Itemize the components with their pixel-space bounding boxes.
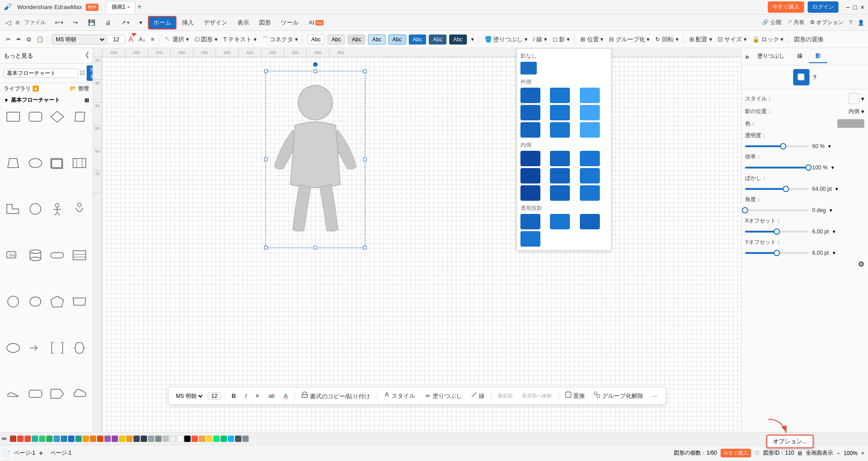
full-screen-label[interactable]: 全画面表示 [806, 449, 833, 457]
y-offset-slider-thumb[interactable] [774, 250, 780, 256]
menu-insert[interactable]: 挿入 [177, 17, 198, 29]
shape-trapezoid[interactable] [4, 155, 23, 171]
palette-color-gray[interactable] [148, 436, 154, 442]
inner-shadow-6[interactable] [580, 168, 600, 183]
ctx-back-button[interactable]: 最背面へ移動 [519, 392, 554, 400]
outer-shadow-1[interactable] [520, 88, 540, 103]
menu-more[interactable]: ▾ [135, 17, 147, 28]
select-tool-button[interactable]: ↖ 選択 ▾ [162, 34, 191, 45]
rotate-button[interactable]: ↻ 回転 ▾ [653, 34, 681, 45]
palette-color-white[interactable] [170, 436, 176, 442]
shape-bracket[interactable] [48, 340, 67, 356]
font-size-input[interactable] [107, 35, 125, 44]
perspective-shadow-3[interactable] [580, 214, 600, 229]
palette-color-red[interactable] [17, 436, 24, 442]
shape-arrow[interactable] [26, 340, 45, 356]
blur-slider-thumb[interactable] [783, 186, 789, 192]
shape-oval[interactable] [26, 155, 45, 171]
ctx-font-size-input[interactable] [208, 392, 221, 400]
tab-line[interactable]: 線 [791, 50, 809, 63]
search-checkbox[interactable]: ☑ [80, 70, 85, 76]
canvas-main[interactable] [102, 57, 741, 432]
palette-color-green[interactable] [39, 436, 45, 442]
shape-L[interactable] [4, 201, 23, 217]
palette-color-red-dark[interactable] [10, 436, 16, 442]
font-family-select[interactable]: MS 明朝 [52, 35, 106, 45]
magnification-slider-thumb[interactable] [805, 164, 812, 171]
y-offset-expand[interactable]: ▾ [833, 250, 835, 256]
menu-design[interactable]: デザイン [199, 17, 232, 29]
perspective-shadow-2[interactable] [550, 214, 570, 229]
style-swatch-7[interactable]: Abc [429, 35, 446, 45]
style-swatch-preview[interactable] [848, 93, 859, 104]
shape-parallelogram[interactable] [70, 109, 89, 125]
ctx-group-button[interactable]: グループ化解除 [591, 391, 646, 401]
inner-shadow-4[interactable] [520, 168, 540, 183]
login-button[interactable]: ログイン [808, 1, 839, 13]
palette-color-sky[interactable] [228, 436, 234, 442]
palette-color-red2[interactable] [25, 436, 31, 442]
shape-double-rect[interactable] [48, 155, 67, 171]
x-offset-slider-thumb[interactable] [774, 228, 780, 235]
style-swatch-2[interactable]: Abc [328, 35, 345, 45]
inner-shadow-8[interactable] [550, 185, 570, 201]
palette-color-navy-dark[interactable] [141, 436, 147, 442]
shape-cylinder[interactable] [26, 247, 45, 263]
ctx-line-button[interactable]: 線 [468, 391, 488, 401]
add-page-button[interactable]: + [39, 449, 43, 457]
font-size-increase-button[interactable]: A [126, 34, 136, 45]
outer-shadow-4[interactable] [520, 105, 540, 120]
minimize-button[interactable]: − [846, 4, 849, 11]
options-popup[interactable]: オプション... [766, 435, 814, 445]
help-button[interactable]: ? [849, 20, 852, 26]
shape-horiz-lines[interactable] [70, 247, 89, 263]
outer-shadow-8[interactable] [550, 122, 570, 138]
menu-tools[interactable]: ツール [276, 17, 303, 29]
opacity-slider-thumb[interactable] [780, 143, 786, 149]
shape-rounded3[interactable] [26, 386, 45, 402]
menu-share-export[interactable]: ↗▾ [117, 17, 134, 28]
color-swatch[interactable] [837, 119, 864, 128]
back-button[interactable]: ◁ [4, 17, 13, 28]
lock-button[interactable]: 🔒 ロック ▾ [750, 34, 786, 45]
style-swatch-4[interactable]: Abc [368, 35, 386, 45]
ctx-front-button[interactable]: 最前面 [495, 392, 515, 400]
outer-shadow-5[interactable] [550, 105, 570, 120]
shape-yes-no[interactable]: Yes [4, 247, 23, 263]
pen-button[interactable]: ✒ [14, 35, 24, 44]
palette-color-navy[interactable] [133, 436, 140, 442]
palette-color-orange[interactable] [83, 436, 89, 442]
ctx-style-button[interactable]: スタイル [381, 391, 418, 401]
palette-color-orange2[interactable] [90, 436, 96, 442]
shape-rounded-rect[interactable] [26, 109, 45, 125]
ctx-copy-style-button[interactable]: 書式のコピー/貼り付け [298, 390, 373, 402]
menu-print[interactable]: 🖨 [101, 17, 116, 28]
close-button[interactable]: × [861, 4, 864, 11]
palette-color-gray-light[interactable] [162, 436, 169, 442]
x-offset-expand[interactable]: ▾ [833, 228, 835, 235]
shape-rect[interactable] [4, 109, 23, 125]
shape-oval2[interactable] [4, 340, 23, 356]
style-swatch-8[interactable]: Abc [449, 35, 467, 45]
inner-shadow-1[interactable] [520, 151, 540, 166]
palette-color-purple[interactable] [104, 436, 111, 442]
bottom-purchase-button[interactable]: 今すぐ購入 [721, 449, 751, 457]
palette-edit-button[interactable]: ✏ [2, 435, 7, 442]
position-button[interactable]: ⊞ 位置 ▾ [578, 34, 606, 45]
shape-diamond[interactable] [48, 109, 67, 125]
more-styles-button[interactable]: ▾ [469, 35, 476, 44]
fill-button[interactable]: 🪣 塗りつぶし ▾ [482, 34, 530, 45]
ctx-italic-button[interactable]: I [242, 392, 250, 400]
style-swatch-5[interactable]: Abc [388, 35, 406, 45]
blur-expand[interactable]: ▾ [835, 186, 838, 192]
style-dropdown-button[interactable]: ▾ [861, 95, 864, 102]
perspective-shadow-4[interactable] [520, 231, 540, 247]
group-button[interactable]: ⊟ グループ化 ▾ [607, 34, 652, 45]
palette-color-gold[interactable] [206, 436, 212, 442]
zoom-out-button[interactable]: − [837, 450, 840, 456]
inner-shadow-5[interactable] [550, 168, 570, 183]
palette-color-emerald[interactable] [221, 436, 227, 442]
shadow-button[interactable]: ◻ 影 ▾ [550, 34, 572, 45]
palette-color-white2[interactable] [177, 436, 183, 442]
publish-button[interactable]: 🔗 公開 [762, 19, 781, 26]
